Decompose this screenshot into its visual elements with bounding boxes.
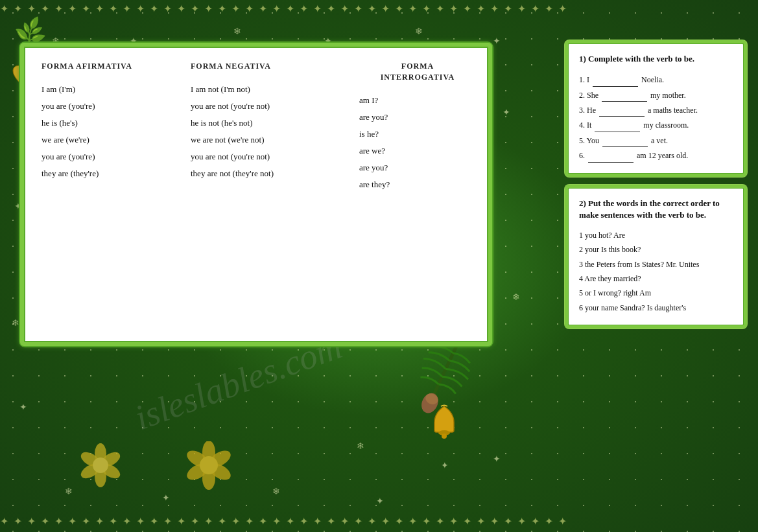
bell-decoration	[428, 403, 460, 445]
item-text: or I wrong? right Am	[585, 288, 651, 297]
flower-mid-decoration	[185, 441, 233, 500]
item-subject: He	[587, 106, 598, 115]
exercise-1-box: 1) Complete with the verb to be. 1. I No…	[567, 42, 745, 175]
afirmativa-header: FORMA AFIRMATIVA	[41, 61, 191, 72]
afirmativa-column: FORMA AFIRMATIVA I am (I'm) you are (you…	[41, 61, 191, 193]
item-num: 1	[579, 231, 585, 240]
exercise-2-item-5: 5 or I wrong? right Am	[579, 286, 733, 299]
verb-row-interrogativa-2: are you?	[359, 109, 476, 126]
item-num: 4	[579, 274, 584, 283]
item-rest: a vet.	[651, 136, 668, 145]
item-text: Are they married?	[584, 274, 641, 283]
interrogativa-column: FORMAINTERROGATIVA am I? are you? is he?…	[359, 61, 476, 193]
verb-row-interrogativa-5: are you?	[359, 159, 476, 176]
verb-row-interrogativa-6: are they?	[359, 176, 476, 193]
item-text: your Is this book?	[585, 245, 641, 254]
verb-row-afirmativa-3: he is (he's)	[41, 115, 191, 132]
item-num: 5.	[579, 136, 587, 145]
verb-conjugation-box: FORMA AFIRMATIVA I am (I'm) you are (you…	[23, 45, 490, 343]
item-rest: a maths teacher.	[648, 106, 698, 115]
blank-field	[599, 103, 645, 117]
verb-row-afirmativa-1: I am (I'm)	[41, 81, 191, 98]
verb-row-interrogativa-4: are we?	[359, 143, 476, 159]
blank-field	[595, 118, 640, 132]
svg-point-6	[442, 434, 447, 439]
exercise-1-item-1: 1. I Noelia.	[579, 73, 733, 86]
verb-row-negativa-2: you are not (you're not)	[191, 98, 359, 115]
exercise-1-item-6: 6. am 12 years old.	[579, 148, 733, 162]
item-num: 3.	[579, 106, 587, 115]
item-rest: Noelia.	[641, 75, 664, 84]
conjugation-table: FORMA AFIRMATIVA I am (I'm) you are (you…	[41, 61, 471, 193]
item-num: 1.	[579, 75, 587, 84]
svg-point-20	[200, 456, 218, 474]
blank-field	[602, 133, 648, 147]
exercise-1-item-5: 5. You a vet.	[579, 133, 733, 147]
item-subject: You	[587, 136, 601, 145]
svg-point-13	[93, 457, 108, 473]
exercise-1-item-3: 3. He a maths teacher.	[579, 103, 733, 117]
negativa-column: FORMA NEGATIVA I am not (I'm not) you ar…	[191, 61, 359, 193]
item-num: 6	[579, 303, 585, 312]
exercise-2-box: 2) Put the words in the correct order to…	[567, 187, 745, 327]
blank-field	[602, 88, 647, 102]
verb-row-interrogativa-3: is he?	[359, 126, 476, 143]
item-rest: am 12 years old.	[637, 151, 688, 160]
exercise-1-item-2: 2. She my mother.	[579, 88, 733, 102]
exercise-2-title: 2) Put the words in the correct order to…	[579, 198, 733, 221]
item-num: 3	[579, 260, 585, 269]
exercise-2-item-2: 2 your Is this book?	[579, 243, 733, 256]
item-subject: It	[587, 121, 593, 130]
item-text: the Peters from Is States? Mr. Unites	[585, 260, 699, 269]
verb-row-afirmativa-2: you are (you're)	[41, 98, 191, 115]
item-rest: my mother.	[650, 91, 686, 100]
blank-field	[588, 148, 634, 162]
lace-border-bottom: ✦ ✦ ✦ ✦ ✦ ✦ ✦ ✦ ✦ ✦ ✦ ✦ ✦ ✦ ✦ ✦ ✦ ✦ ✦ ✦ …	[0, 515, 758, 529]
exercise-1-item-4: 4. It my classroom.	[579, 118, 733, 132]
exercise-1-title: 1) Complete with the verb to be.	[579, 53, 733, 65]
verb-row-afirmativa-6: they are (they're)	[41, 165, 191, 182]
verb-row-interrogativa-1: am I?	[359, 92, 476, 109]
blank-field	[593, 73, 638, 86]
item-num: 4.	[579, 121, 587, 130]
item-num: 6.	[579, 151, 587, 160]
item-rest: my classroom.	[643, 121, 689, 130]
item-text: your name Sandra? Is daughter's	[585, 303, 686, 312]
item-num: 2.	[579, 91, 587, 100]
item-num: 5	[579, 288, 585, 297]
verb-row-negativa-6: they are not (they're not)	[191, 165, 359, 182]
verb-row-afirmativa-4: we are (we're)	[41, 132, 191, 148]
verb-row-negativa-1: I am not (I'm not)	[191, 81, 359, 98]
item-num: 2	[579, 245, 585, 254]
lace-border-top: ✦ ✦ ✦ ✦ ✦ ✦ ✦ ✦ ✦ ✦ ✦ ✦ ✦ ✦ ✦ ✦ ✦ ✦ ✦ ✦ …	[0, 3, 758, 17]
exercise-2-item-1: 1 you hot? Are	[579, 229, 733, 242]
verb-row-negativa-5: you are not (you're not)	[191, 148, 359, 165]
verb-row-afirmativa-5: you are (you're)	[41, 148, 191, 165]
item-subject: I	[587, 75, 591, 84]
right-exercises-panel: 1) Complete with the verb to be. 1. I No…	[567, 42, 745, 327]
exercise-2-item-6: 6 your name Sandra? Is daughter's	[579, 301, 733, 314]
negativa-header: FORMA NEGATIVA	[191, 61, 359, 72]
interrogativa-header: FORMAINTERROGATIVA	[359, 61, 476, 83]
exercise-2-item-4: 4 Are they married?	[579, 272, 733, 285]
item-subject: She	[587, 91, 600, 100]
item-text: you hot? Are	[585, 231, 625, 240]
flower-left-decoration	[78, 443, 123, 496]
verb-row-negativa-3: he is not (he's not)	[191, 115, 359, 132]
exercise-2-item-3: 3 the Peters from Is States? Mr. Unites	[579, 258, 733, 271]
verb-row-negativa-4: we are not (we're not)	[191, 132, 359, 148]
